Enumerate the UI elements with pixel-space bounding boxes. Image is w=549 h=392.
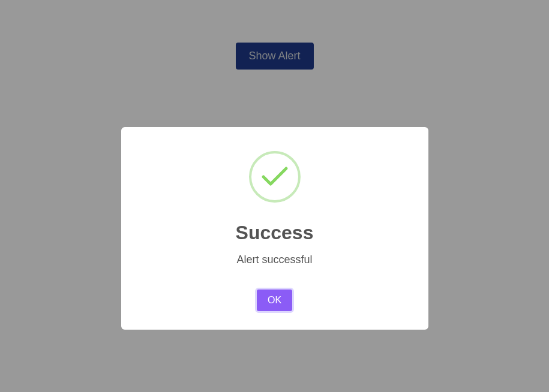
modal-message: Alert successful bbox=[139, 254, 410, 266]
modal-title: Success bbox=[139, 222, 410, 244]
success-modal: Success Alert successful OK bbox=[121, 127, 428, 330]
ok-button[interactable]: OK bbox=[255, 288, 294, 313]
success-icon bbox=[249, 151, 301, 203]
